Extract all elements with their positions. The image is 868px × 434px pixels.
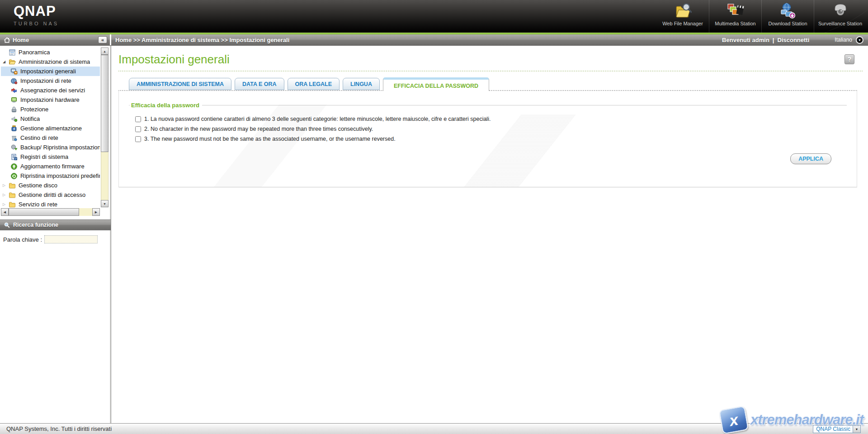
tree-item-label: Gestione disco <box>19 182 57 189</box>
folder-closed-icon <box>9 182 16 189</box>
copyright-text: QNAP Systems, Inc. Tutti i diritti riser… <box>6 425 112 432</box>
power-management-icon <box>10 125 18 132</box>
folder-open-icon <box>9 58 16 66</box>
horizontal-scroll-thumb[interactable] <box>9 208 79 216</box>
logout-link[interactable]: Disconnetti <box>778 37 810 43</box>
tab-data-e-ora[interactable]: DATA E ORA <box>235 78 284 90</box>
station-download-station[interactable]: Download Station <box>761 0 814 33</box>
tree-item-impostazioni-di-rete[interactable]: Impostazioni di rete <box>1 76 100 86</box>
tree-item-gestione-diritti-di-accesso[interactable]: ▷ Gestione diritti di accesso <box>1 190 100 200</box>
vertical-scroll-track <box>101 152 108 200</box>
tree-item-registri-di-sistema[interactable]: Registri di sistema <box>1 152 100 162</box>
horizontal-scroll-track <box>79 208 92 216</box>
tree-item-label: Cestino di rete <box>20 134 58 141</box>
scroll-down-icon[interactable]: ▼ <box>101 200 108 207</box>
tree-item-ripristina-impostazioni-predefinite[interactable]: Ripristina impostazioni predefinite <box>1 171 100 181</box>
tree-item-gestione-disco[interactable]: ▷ Gestione disco <box>1 181 100 190</box>
password-rule-text: 3. The new password must not be the same… <box>144 136 396 142</box>
tree-item-impostazioni-generali[interactable]: Impostazioni generali <box>1 67 100 76</box>
expander-expanded-icon[interactable]: ◢ <box>3 60 9 64</box>
tab-amministrazione-di-sistema[interactable]: AMMINISTRAZIONE DI SISTEMA <box>129 78 231 90</box>
welcome-text: Benvenuti admin <box>722 37 769 43</box>
password-rule-checkbox[interactable] <box>135 136 141 142</box>
language-label: Italiano <box>835 37 852 43</box>
system-logs-icon <box>10 153 18 161</box>
password-strength-fieldset: Efficacia della password <box>129 102 847 109</box>
scroll-up-icon[interactable]: ▲ <box>101 48 108 55</box>
tab-content-panel: Efficacia della password 1. La nuova pas… <box>118 90 857 187</box>
qnap-logo: QNAP <box>14 5 59 18</box>
tree-item-label: Amministrazione di sistema <box>19 58 90 65</box>
tree-item-label: Notifica <box>20 115 40 122</box>
tree-item-label: Impostazioni generali <box>20 68 76 75</box>
tree-item-notifica[interactable]: Notifica <box>1 114 100 124</box>
breadcrumb[interactable]: Home >> Amministrazione di sistema >> Im… <box>115 37 722 43</box>
expander-collapsed-icon[interactable]: ▷ <box>3 202 9 206</box>
tree-item-label: Impostazioni di rete <box>20 77 71 84</box>
tree-item-label: Ripristina impostazioni predefinite <box>20 172 100 179</box>
navigation-tree: Panoramica ◢ Amministrazione di sistema … <box>1 48 100 208</box>
theme-select[interactable]: QNAP Classic ▼ <box>813 425 861 433</box>
turbo-nas-label: TURBO NAS <box>14 21 59 26</box>
tree-item-impostazioni-hardware[interactable]: Impostazioni hardware <box>1 95 100 105</box>
station-surveillance-station[interactable]: Surveillance Station <box>814 0 866 33</box>
folder-closed-icon <box>9 191 16 199</box>
hardware-settings-icon <box>10 96 18 104</box>
theme-select-value: QNAP Classic <box>813 426 853 432</box>
password-rule-text: 1. La nuova password contiene caratteri … <box>144 116 491 122</box>
main-content: ? Impostazioni generali AMMINISTRAZIONE … <box>111 46 868 423</box>
tree-item-panoramica[interactable]: Panoramica <box>1 48 100 57</box>
tree-item-protezione[interactable]: Protezione <box>1 105 100 114</box>
password-rule: 1. La nuova password contiene caratteri … <box>135 114 857 124</box>
fieldset-legend: Efficacia della password <box>130 102 202 109</box>
tree-horizontal-scrollbar: ◀ ▶ <box>1 208 100 216</box>
scroll-left-icon[interactable]: ◀ <box>1 208 9 216</box>
tree-item-cestino-di-rete[interactable]: Cestino di rete <box>1 133 100 143</box>
tab-lingua[interactable]: LINGUA <box>343 78 380 90</box>
web-file-manager-icon <box>674 2 692 20</box>
download-station-icon <box>779 2 797 20</box>
vertical-scroll-thumb[interactable] <box>101 55 108 152</box>
tree-item-label: Assegnazione dei servizi <box>20 87 85 94</box>
settings-tabs: AMMINISTRAZIONE DI SISTEMADATA E ORAORA … <box>129 77 868 91</box>
tree-item-servizio-di-rete[interactable]: ▷ Servizio di rete <box>1 200 100 208</box>
tree-item-aggiornamento-firmware[interactable]: Aggiornamento firmware <box>1 162 100 171</box>
password-rule-checkbox[interactable] <box>135 116 141 122</box>
help-button[interactable]: ? <box>844 54 854 64</box>
keyword-input[interactable] <box>44 235 98 243</box>
tree-item-label: Gestione alimentazione <box>20 125 82 132</box>
page-title: Impostazioni generali <box>118 52 868 67</box>
station-web-file-manager[interactable]: Web File Manager <box>656 0 709 33</box>
overview-icon <box>9 49 16 56</box>
select-arrow-icon: ▼ <box>853 425 860 433</box>
backup-restore-icon <box>10 144 18 151</box>
station-multimedia-station[interactable]: Multimedia Station <box>709 0 761 33</box>
expander-collapsed-icon[interactable]: ▷ <box>3 183 9 187</box>
service-assignment-icon <box>10 87 18 94</box>
network-settings-icon <box>10 77 18 85</box>
tab-ora-legale[interactable]: ORA LEGALE <box>288 78 340 90</box>
password-rule-checkbox[interactable] <box>135 126 141 132</box>
tree-item-backup-ripristina-impostazioni[interactable]: Backup/ Ripristina impostazioni <box>1 143 100 152</box>
station-label: Web File Manager <box>662 21 703 26</box>
sub-header: Home « Home >> Amministrazione di sistem… <box>0 34 868 46</box>
qnap-admin-window: QNAP TURBO NAS Web File Manager Multimed… <box>0 0 868 434</box>
tab-efficacia-della-password[interactable]: EFFICACIA DELLA PASSWORD <box>383 77 489 91</box>
tree-item-gestione-alimentazione[interactable]: Gestione alimentazione <box>1 124 100 133</box>
home-icon <box>4 37 10 43</box>
qnap-brand: QNAP TURBO NAS <box>14 5 59 26</box>
expander-collapsed-icon[interactable]: ▷ <box>3 193 9 197</box>
security-lock-icon <box>10 106 18 113</box>
apply-button[interactable]: APPLICA <box>790 153 831 164</box>
scroll-right-icon[interactable]: ▶ <box>92 208 100 216</box>
language-dropdown-button[interactable]: ▼ <box>856 36 863 44</box>
station-label: Multimedia Station <box>715 21 756 26</box>
tree-item-label: Panoramica <box>19 49 50 56</box>
tree-item-amministrazione-di-sistema[interactable]: ◢ Amministrazione di sistema <box>1 57 100 67</box>
tree-item-label: Gestione diritti di accesso <box>19 191 85 198</box>
tree-item-assegnazione-dei-servizi[interactable]: Assegnazione dei servizi <box>1 86 100 95</box>
tree-item-label: Backup/ Ripristina impostazioni <box>20 144 100 151</box>
station-label: Download Station <box>768 21 807 26</box>
sidebar-collapse-button[interactable]: « <box>98 36 107 43</box>
sidebar: Panoramica ◢ Amministrazione di sistema … <box>0 46 111 423</box>
